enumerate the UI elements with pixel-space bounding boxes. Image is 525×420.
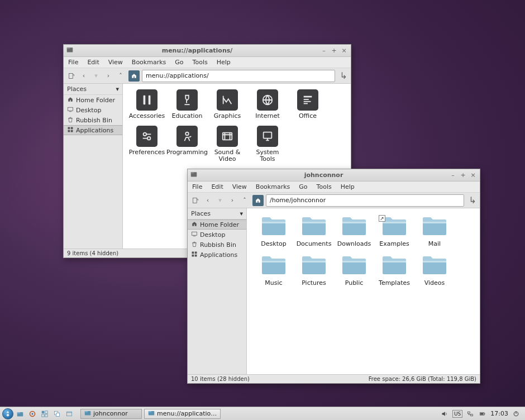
- sidebar-header[interactable]: Places ▾: [188, 208, 246, 219]
- forward-button[interactable]: ›: [103, 70, 114, 82]
- titlebar[interactable]: menu://applications/ – + ×: [64, 45, 351, 57]
- category-internet[interactable]: Internet: [248, 89, 287, 120]
- close-button[interactable]: ×: [340, 47, 348, 55]
- svg-rect-9: [68, 130, 70, 132]
- launcher-browser[interactable]: [27, 408, 38, 419]
- menu-file[interactable]: File: [64, 58, 83, 67]
- folder-icon: [261, 215, 287, 238]
- menu-help[interactable]: Help: [212, 58, 235, 67]
- system-tray: US 17:03: [440, 409, 523, 418]
- graphics-icon: [217, 89, 238, 111]
- folder-public[interactable]: Public: [334, 254, 374, 287]
- svg-rect-21: [223, 132, 232, 140]
- clock[interactable]: 17:03: [490, 410, 508, 417]
- sidebar-header[interactable]: Places ▾: [64, 84, 122, 95]
- up-button[interactable]: ˄: [115, 70, 126, 82]
- new-tab-button[interactable]: [66, 70, 77, 82]
- sidebar-title: Places: [191, 210, 211, 217]
- category-soundvideo[interactable]: Sound & Video: [208, 126, 247, 163]
- sidebar-item-home-folder[interactable]: Home Folder: [64, 95, 122, 105]
- menu-go[interactable]: Go: [170, 58, 188, 67]
- launcher-showdesktop[interactable]: [51, 408, 63, 419]
- taskbar-task[interactable]: johnconnor: [80, 409, 142, 419]
- menu-help[interactable]: Help: [336, 182, 359, 192]
- sidebar-item-rubbish-bin[interactable]: Rubbish Bin: [188, 240, 246, 250]
- sidebar-item-desktop[interactable]: Desktop: [64, 105, 122, 115]
- folder-templates[interactable]: Templates: [374, 254, 414, 287]
- menu-go[interactable]: Go: [294, 182, 312, 192]
- category-systemtools[interactable]: System Tools: [248, 126, 287, 163]
- taskbar: johnconnormenu://applicatio… US 17:03: [0, 407, 525, 420]
- home-icon: [67, 96, 74, 104]
- menu-file[interactable]: File: [188, 182, 207, 192]
- volume-icon[interactable]: [440, 409, 449, 418]
- sidebar: Places ▾ Home FolderDesktopRubbish BinAp…: [188, 208, 247, 374]
- titlebar[interactable]: johnconnor – + ×: [188, 169, 480, 182]
- category-accessories[interactable]: Accessories: [127, 89, 166, 120]
- folder-downloads[interactable]: Downloads: [334, 215, 374, 247]
- folder-mail[interactable]: Mail: [414, 215, 455, 247]
- menu-view[interactable]: View: [228, 182, 251, 192]
- battery-icon[interactable]: [478, 409, 487, 418]
- go-button[interactable]: ↳: [338, 71, 349, 81]
- launcher-filemanager[interactable]: [15, 408, 26, 419]
- menu-edit[interactable]: Edit: [207, 182, 227, 192]
- sidebar-item-applications[interactable]: Applications: [188, 250, 246, 260]
- folder-music[interactable]: Music: [254, 254, 294, 287]
- address-input[interactable]: [266, 194, 464, 207]
- keyboard-layout[interactable]: US: [452, 410, 462, 418]
- folder-videos[interactable]: Videos: [414, 254, 455, 287]
- launcher-switch[interactable]: [39, 408, 50, 419]
- folder-documents[interactable]: Documents: [294, 215, 334, 247]
- back-button[interactable]: ‹: [202, 195, 213, 206]
- sidebar-item-applications[interactable]: Applications: [64, 125, 122, 135]
- folder-icon: [422, 215, 447, 238]
- folder-examples[interactable]: ↗Examples: [374, 215, 414, 247]
- minimize-button[interactable]: –: [449, 171, 457, 179]
- content-area[interactable]: DesktopDocumentsDownloads↗ExamplesMailMu…: [247, 208, 480, 374]
- filemanager-icon: [190, 171, 197, 179]
- close-button[interactable]: ×: [469, 171, 477, 179]
- go-button[interactable]: ↳: [467, 195, 478, 206]
- up-button[interactable]: ˄: [239, 195, 250, 206]
- maximize-button[interactable]: +: [459, 171, 467, 179]
- menu-bookmarks[interactable]: Bookmarks: [251, 182, 294, 192]
- forward-button-sep: ▾: [214, 195, 226, 206]
- back-button[interactable]: ‹: [78, 70, 89, 82]
- menu-bookmarks[interactable]: Bookmarks: [127, 58, 170, 67]
- svg-rect-40: [302, 261, 326, 262]
- sidebar-item-home-folder[interactable]: Home Folder: [188, 219, 246, 230]
- trash-icon: [67, 116, 74, 125]
- folder-desktop[interactable]: Desktop: [254, 215, 294, 247]
- status-right: Free space: 26,6 GiB (Total: 119,8 GiB): [369, 376, 476, 382]
- category-office[interactable]: Office: [288, 89, 327, 120]
- window-title: johnconnor: [201, 171, 447, 179]
- address-input[interactable]: [142, 70, 335, 82]
- power-icon[interactable]: [512, 409, 521, 418]
- minimize-button[interactable]: –: [320, 47, 328, 55]
- category-graphics[interactable]: Graphics: [208, 89, 247, 120]
- svg-rect-37: [383, 222, 406, 223]
- launcher-minimize-all[interactable]: [64, 408, 75, 419]
- menu-tools[interactable]: Tools: [188, 58, 212, 67]
- category-preferences[interactable]: Preferences: [127, 126, 166, 163]
- menu-tools[interactable]: Tools: [312, 182, 336, 192]
- forward-button[interactable]: ›: [227, 195, 238, 206]
- start-menu-button[interactable]: [2, 408, 13, 419]
- svg-rect-8: [71, 127, 73, 129]
- accessories-icon: [136, 89, 157, 111]
- category-education[interactable]: Education: [168, 89, 207, 120]
- menu-view[interactable]: View: [104, 58, 127, 67]
- folder-icon: [148, 409, 155, 418]
- category-programming[interactable]: Programming: [168, 126, 207, 163]
- network-icon[interactable]: [466, 409, 475, 418]
- sidebar-item-rubbish-bin[interactable]: Rubbish Bin: [64, 115, 122, 125]
- window-home: johnconnor – + × FileEditViewBookmarksGo…: [187, 169, 480, 384]
- new-tab-button[interactable]: [190, 195, 201, 206]
- menu-edit[interactable]: Edit: [83, 58, 103, 67]
- maximize-button[interactable]: +: [330, 47, 338, 55]
- sidebar-item-desktop[interactable]: Desktop: [188, 230, 246, 240]
- folder-pictures[interactable]: Pictures: [294, 254, 334, 287]
- taskbar-task[interactable]: menu://applicatio…: [144, 409, 221, 419]
- svg-rect-25: [193, 198, 197, 203]
